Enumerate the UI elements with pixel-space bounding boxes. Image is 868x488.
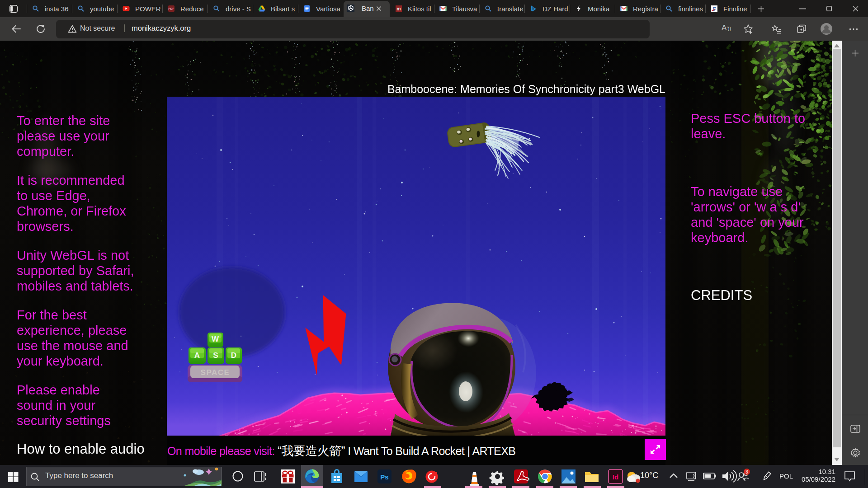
svg-text:W: W (212, 335, 219, 343)
svg-text:PDF: PDF (169, 7, 175, 10)
svg-text:D: D (231, 351, 236, 360)
svg-text:A: A (194, 351, 200, 360)
svg-text:S: S (213, 351, 218, 360)
svg-text:Ps: Ps (380, 473, 388, 481)
svg-text:F: F (713, 6, 716, 12)
svg-text:SPACE: SPACE (201, 368, 230, 377)
svg-text:3: 3 (745, 469, 748, 474)
svg-text:Id: Id (613, 473, 618, 481)
svg-text:m: m (396, 6, 401, 11)
